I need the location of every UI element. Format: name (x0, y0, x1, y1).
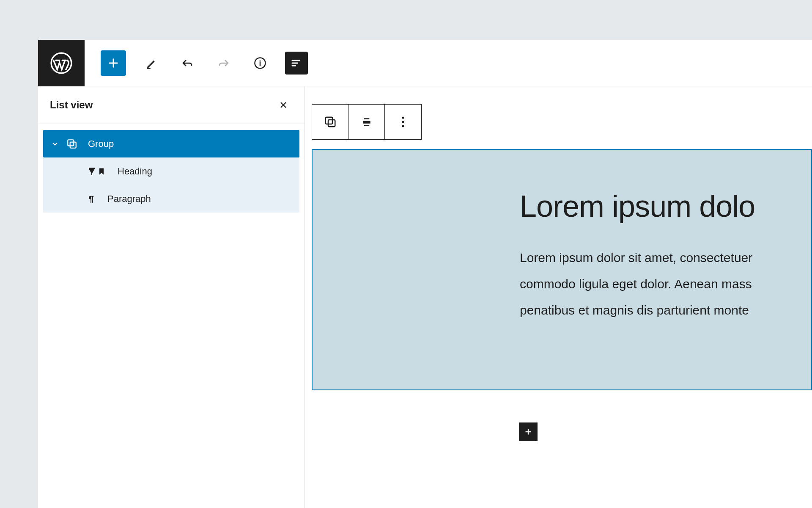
top-toolbar (38, 40, 812, 86)
plus-icon (524, 427, 533, 436)
heading-block[interactable]: Lorem ipsum dolo (520, 189, 811, 224)
block-type-button[interactable] (312, 105, 348, 139)
group-icon (324, 116, 337, 128)
editor-body: List view (38, 86, 812, 508)
list-item-label: Heading (118, 166, 152, 177)
list-view-sidebar: List view (38, 86, 305, 508)
info-button[interactable] (249, 52, 272, 75)
svg-rect-7 (363, 121, 370, 124)
list-view-button[interactable] (285, 52, 308, 75)
group-icon (66, 138, 78, 149)
undo-icon (181, 57, 194, 69)
chevron-down-icon (51, 140, 59, 148)
wordpress-icon (50, 52, 72, 74)
sidebar-title: List view (50, 99, 93, 111)
svg-rect-5 (325, 117, 332, 124)
add-block-inline-button[interactable] (519, 422, 538, 441)
add-block-button[interactable] (101, 50, 126, 76)
edit-tool-button[interactable] (140, 52, 162, 75)
list-item-heading[interactable]: Heading (43, 157, 299, 185)
svg-point-9 (402, 121, 404, 123)
pencil-icon (145, 57, 157, 69)
paragraph-icon (85, 193, 97, 204)
list-view-icon (290, 57, 303, 69)
block-list: Group Heading Paragraph (38, 124, 304, 213)
info-icon (254, 57, 266, 69)
svg-rect-3 (68, 140, 74, 146)
editor-toolbar (85, 50, 308, 76)
paragraph-line: commodo ligula eget dolor. Aenean mass (520, 271, 811, 297)
align-icon (360, 116, 373, 128)
align-button[interactable] (348, 105, 385, 139)
editor-canvas: Lorem ipsum dolo Lorem ipsum dolor sit a… (305, 86, 812, 508)
wordpress-logo[interactable] (38, 40, 85, 86)
group-block[interactable]: Lorem ipsum dolo Lorem ipsum dolor sit a… (312, 149, 812, 390)
list-item-group[interactable]: Group (43, 130, 299, 157)
paragraph-line: penatibus et magnis dis parturient monte (520, 297, 811, 323)
close-sidebar-button[interactable] (275, 97, 292, 113)
sidebar-header: List view (38, 86, 304, 124)
plus-icon (107, 57, 119, 69)
paragraph-block[interactable]: Lorem ipsum dolor sit amet, consectetuer… (520, 245, 811, 323)
list-item-paragraph[interactable]: Paragraph (43, 185, 299, 213)
paragraph-line: Lorem ipsum dolor sit amet, consectetuer (520, 245, 811, 271)
svg-rect-6 (328, 120, 335, 127)
close-icon (278, 100, 288, 110)
editor-app: List view (38, 40, 812, 508)
more-options-button[interactable] (385, 105, 421, 139)
svg-rect-4 (70, 142, 76, 148)
undo-button[interactable] (176, 52, 199, 75)
redo-icon (217, 57, 230, 69)
bookmark-icon (96, 166, 107, 177)
svg-point-2 (259, 60, 261, 61)
redo-button[interactable] (212, 52, 235, 75)
more-vertical-icon (401, 116, 405, 128)
svg-point-8 (402, 117, 404, 119)
list-item-label: Paragraph (107, 193, 151, 204)
svg-point-10 (402, 125, 404, 127)
list-item-label: Group (88, 138, 114, 149)
block-toolbar (312, 104, 422, 140)
